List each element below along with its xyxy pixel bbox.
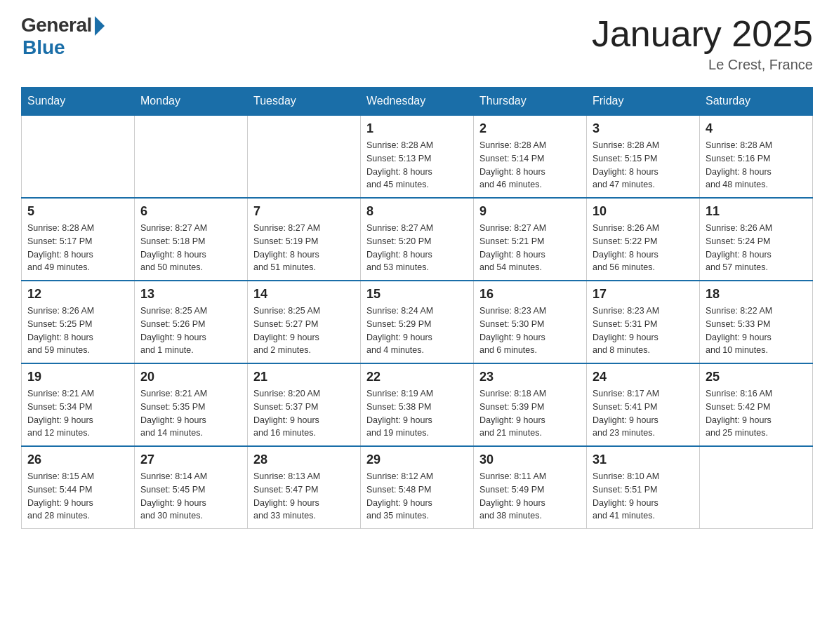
calendar-cell: 24Sunrise: 8:17 AMSunset: 5:41 PMDayligh… <box>587 363 700 446</box>
day-info: Sunrise: 8:27 AMSunset: 5:20 PMDaylight:… <box>366 222 468 274</box>
day-number: 18 <box>706 287 807 302</box>
calendar-cell: 13Sunrise: 8:25 AMSunset: 5:26 PMDayligh… <box>135 281 248 363</box>
day-info: Sunrise: 8:28 AMSunset: 5:14 PMDaylight:… <box>479 139 581 192</box>
day-number: 6 <box>140 204 241 219</box>
day-info: Sunrise: 8:21 AMSunset: 5:35 PMDaylight:… <box>140 387 241 440</box>
day-number: 16 <box>479 287 581 302</box>
day-number: 23 <box>479 370 581 384</box>
calendar-week-5: 26Sunrise: 8:15 AMSunset: 5:44 PMDayligh… <box>22 446 813 529</box>
day-info: Sunrise: 8:25 AMSunset: 5:26 PMDaylight:… <box>140 304 241 357</box>
day-info: Sunrise: 8:25 AMSunset: 5:27 PMDaylight:… <box>253 304 355 357</box>
calendar-cell: 21Sunrise: 8:20 AMSunset: 5:37 PMDayligh… <box>248 363 361 446</box>
day-info: Sunrise: 8:23 AMSunset: 5:31 PMDaylight:… <box>593 304 694 357</box>
calendar-cell: 27Sunrise: 8:14 AMSunset: 5:45 PMDayligh… <box>135 446 248 529</box>
day-number: 14 <box>253 287 355 302</box>
calendar-week-4: 19Sunrise: 8:21 AMSunset: 5:34 PMDayligh… <box>22 363 813 446</box>
day-info: Sunrise: 8:22 AMSunset: 5:33 PMDaylight:… <box>706 304 807 357</box>
calendar-cell: 28Sunrise: 8:13 AMSunset: 5:47 PMDayligh… <box>248 446 361 529</box>
day-number: 11 <box>706 204 807 219</box>
day-number: 22 <box>366 370 468 384</box>
calendar-cell: 29Sunrise: 8:12 AMSunset: 5:48 PMDayligh… <box>361 446 474 529</box>
day-number: 8 <box>366 204 468 219</box>
calendar-cell: 1Sunrise: 8:28 AMSunset: 5:13 PMDaylight… <box>361 115 474 198</box>
day-number: 20 <box>140 370 241 384</box>
day-info: Sunrise: 8:24 AMSunset: 5:29 PMDaylight:… <box>366 304 468 357</box>
day-info: Sunrise: 8:26 AMSunset: 5:22 PMDaylight:… <box>593 222 694 274</box>
day-info: Sunrise: 8:28 AMSunset: 5:13 PMDaylight:… <box>366 139 468 192</box>
calendar-week-3: 12Sunrise: 8:26 AMSunset: 5:25 PMDayligh… <box>22 281 813 363</box>
calendar-cell: 10Sunrise: 8:26 AMSunset: 5:22 PMDayligh… <box>587 198 700 281</box>
day-info: Sunrise: 8:28 AMSunset: 5:16 PMDaylight:… <box>706 139 807 192</box>
calendar-cell: 15Sunrise: 8:24 AMSunset: 5:29 PMDayligh… <box>361 281 474 363</box>
calendar-cell: 16Sunrise: 8:23 AMSunset: 5:30 PMDayligh… <box>474 281 587 363</box>
day-number: 31 <box>593 452 694 467</box>
day-number: 12 <box>27 287 128 302</box>
day-number: 28 <box>253 452 355 467</box>
day-number: 7 <box>253 204 355 219</box>
day-info: Sunrise: 8:27 AMSunset: 5:21 PMDaylight:… <box>479 222 581 274</box>
title-section: January 2025 Le Crest, France <box>592 14 813 73</box>
day-info: Sunrise: 8:27 AMSunset: 5:19 PMDaylight:… <box>253 222 355 274</box>
calendar-cell: 3Sunrise: 8:28 AMSunset: 5:15 PMDaylight… <box>587 115 700 198</box>
day-number: 26 <box>27 452 128 467</box>
day-info: Sunrise: 8:11 AMSunset: 5:49 PMDaylight:… <box>479 470 581 523</box>
day-number: 30 <box>479 452 581 467</box>
day-info: Sunrise: 8:20 AMSunset: 5:37 PMDaylight:… <box>253 387 355 440</box>
calendar-cell: 18Sunrise: 8:22 AMSunset: 5:33 PMDayligh… <box>700 281 813 363</box>
calendar-cell: 8Sunrise: 8:27 AMSunset: 5:20 PMDaylight… <box>361 198 474 281</box>
day-number: 27 <box>140 452 241 467</box>
month-title: January 2025 <box>592 14 813 54</box>
day-info: Sunrise: 8:28 AMSunset: 5:15 PMDaylight:… <box>593 139 694 192</box>
day-number: 25 <box>706 370 807 384</box>
day-info: Sunrise: 8:10 AMSunset: 5:51 PMDaylight:… <box>593 470 694 523</box>
day-number: 10 <box>593 204 694 219</box>
calendar-cell <box>248 115 361 198</box>
calendar-cell: 5Sunrise: 8:28 AMSunset: 5:17 PMDaylight… <box>22 198 135 281</box>
day-info: Sunrise: 8:14 AMSunset: 5:45 PMDaylight:… <box>140 470 241 523</box>
calendar-header-friday: Friday <box>587 88 700 116</box>
calendar-cell <box>22 115 135 198</box>
day-number: 2 <box>479 121 581 136</box>
day-info: Sunrise: 8:12 AMSunset: 5:48 PMDaylight:… <box>366 470 468 523</box>
day-number: 4 <box>706 121 807 136</box>
page-header: General Blue January 2025 Le Crest, Fran… <box>21 14 813 73</box>
day-info: Sunrise: 8:28 AMSunset: 5:17 PMDaylight:… <box>27 222 128 274</box>
calendar-cell <box>700 446 813 529</box>
calendar-week-1: 1Sunrise: 8:28 AMSunset: 5:13 PMDaylight… <box>22 115 813 198</box>
calendar-cell: 9Sunrise: 8:27 AMSunset: 5:21 PMDaylight… <box>474 198 587 281</box>
day-info: Sunrise: 8:21 AMSunset: 5:34 PMDaylight:… <box>27 387 128 440</box>
calendar-header-saturday: Saturday <box>700 88 813 116</box>
calendar-cell: 22Sunrise: 8:19 AMSunset: 5:38 PMDayligh… <box>361 363 474 446</box>
logo-blue-text: Blue <box>22 36 65 59</box>
calendar-header-monday: Monday <box>135 88 248 116</box>
calendar-header-row: SundayMondayTuesdayWednesdayThursdayFrid… <box>22 88 813 116</box>
logo: General Blue <box>21 14 105 59</box>
calendar-cell: 25Sunrise: 8:16 AMSunset: 5:42 PMDayligh… <box>700 363 813 446</box>
calendar-cell: 12Sunrise: 8:26 AMSunset: 5:25 PMDayligh… <box>22 281 135 363</box>
calendar-cell: 31Sunrise: 8:10 AMSunset: 5:51 PMDayligh… <box>587 446 700 529</box>
day-info: Sunrise: 8:27 AMSunset: 5:18 PMDaylight:… <box>140 222 241 274</box>
day-number: 17 <box>593 287 694 302</box>
day-number: 5 <box>27 204 128 219</box>
day-info: Sunrise: 8:15 AMSunset: 5:44 PMDaylight:… <box>27 470 128 523</box>
calendar-cell: 17Sunrise: 8:23 AMSunset: 5:31 PMDayligh… <box>587 281 700 363</box>
day-number: 13 <box>140 287 241 302</box>
day-info: Sunrise: 8:19 AMSunset: 5:38 PMDaylight:… <box>366 387 468 440</box>
day-number: 21 <box>253 370 355 384</box>
calendar-cell: 4Sunrise: 8:28 AMSunset: 5:16 PMDaylight… <box>700 115 813 198</box>
day-info: Sunrise: 8:17 AMSunset: 5:41 PMDaylight:… <box>593 387 694 440</box>
calendar-header-sunday: Sunday <box>22 88 135 116</box>
calendar-cell: 19Sunrise: 8:21 AMSunset: 5:34 PMDayligh… <box>22 363 135 446</box>
day-info: Sunrise: 8:23 AMSunset: 5:30 PMDaylight:… <box>479 304 581 357</box>
logo-arrow-icon <box>95 16 105 36</box>
calendar-header-wednesday: Wednesday <box>361 88 474 116</box>
location: Le Crest, France <box>592 57 813 73</box>
day-number: 3 <box>593 121 694 136</box>
day-number: 29 <box>366 452 468 467</box>
calendar-cell: 20Sunrise: 8:21 AMSunset: 5:35 PMDayligh… <box>135 363 248 446</box>
day-info: Sunrise: 8:18 AMSunset: 5:39 PMDaylight:… <box>479 387 581 440</box>
day-info: Sunrise: 8:26 AMSunset: 5:24 PMDaylight:… <box>706 222 807 274</box>
logo-general-text: General <box>21 14 92 36</box>
calendar-cell: 26Sunrise: 8:15 AMSunset: 5:44 PMDayligh… <box>22 446 135 529</box>
day-number: 24 <box>593 370 694 384</box>
